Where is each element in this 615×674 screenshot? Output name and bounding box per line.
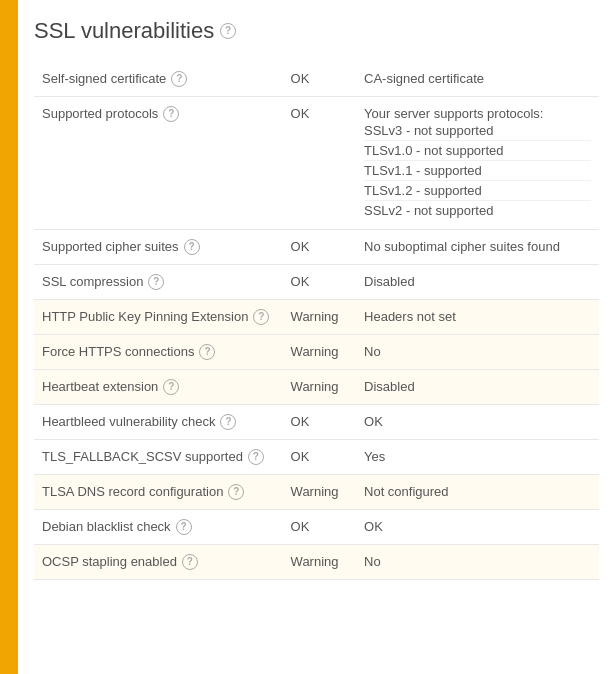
- row-label: HTTP Public Key Pinning Extension: [42, 309, 248, 324]
- row-label: Supported cipher suites: [42, 239, 179, 254]
- cell-label-wrapper: OCSP stapling enabled?: [42, 554, 275, 570]
- row-label-cell: Supported protocols?: [34, 97, 283, 230]
- cell-label-wrapper: TLS_FALLBACK_SCSV supported?: [42, 449, 275, 465]
- row-label: TLS_FALLBACK_SCSV supported: [42, 449, 243, 464]
- table-row: TLSA DNS record configuration?WarningNot…: [34, 475, 599, 510]
- row-detail-cell: CA-signed certificate: [356, 62, 599, 97]
- cell-label-wrapper: Supported cipher suites?: [42, 239, 275, 255]
- row-detail-cell: OK: [356, 405, 599, 440]
- row-label-cell: Force HTTPS connections?: [34, 335, 283, 370]
- row-label-cell: Heartbleed vulnerability check?: [34, 405, 283, 440]
- row-label: Heartbleed vulnerability check: [42, 414, 215, 429]
- row-status-cell: OK: [283, 97, 356, 230]
- row-detail-cell: Yes: [356, 440, 599, 475]
- table-row: OCSP stapling enabled?WarningNo: [34, 545, 599, 580]
- row-label: Supported protocols: [42, 106, 158, 121]
- row-label: TLSA DNS record configuration: [42, 484, 223, 499]
- row-detail-cell: Not configured: [356, 475, 599, 510]
- row-status-cell: OK: [283, 230, 356, 265]
- row-status-cell: OK: [283, 510, 356, 545]
- cell-label-wrapper: Self-signed certificate?: [42, 71, 275, 87]
- cell-label-wrapper: Heartbeat extension?: [42, 379, 275, 395]
- cell-label-wrapper: Supported protocols?: [42, 106, 275, 122]
- row-info-icon[interactable]: ?: [163, 379, 179, 395]
- table-row: TLS_FALLBACK_SCSV supported?OKYes: [34, 440, 599, 475]
- main-content: SSL vulnerabilities ? Self-signed certif…: [18, 0, 615, 674]
- row-info-icon[interactable]: ?: [220, 414, 236, 430]
- table-row: Heartbleed vulnerability check?OKOK: [34, 405, 599, 440]
- row-info-icon[interactable]: ?: [176, 519, 192, 535]
- row-info-icon[interactable]: ?: [228, 484, 244, 500]
- row-info-icon[interactable]: ?: [148, 274, 164, 290]
- row-info-icon[interactable]: ?: [163, 106, 179, 122]
- row-detail-cell: No: [356, 545, 599, 580]
- row-status-cell: Warning: [283, 475, 356, 510]
- row-detail-sub-item: TLSv1.1 - supported: [364, 161, 591, 181]
- row-status-cell: Warning: [283, 300, 356, 335]
- row-detail-cell: Disabled: [356, 370, 599, 405]
- row-label-cell: OCSP stapling enabled?: [34, 545, 283, 580]
- row-status-cell: Warning: [283, 335, 356, 370]
- table-row: Debian blacklist check?OKOK: [34, 510, 599, 545]
- row-detail-cell: No: [356, 335, 599, 370]
- row-detail-sub-item: SSLv2 - not supported: [364, 201, 591, 220]
- page-title: SSL vulnerabilities ?: [34, 18, 599, 44]
- row-detail-sub-item: TLSv1.0 - not supported: [364, 141, 591, 161]
- table-row: Self-signed certificate?OKCA-signed cert…: [34, 62, 599, 97]
- row-label-cell: TLSA DNS record configuration?: [34, 475, 283, 510]
- cell-label-wrapper: Debian blacklist check?: [42, 519, 275, 535]
- row-label: Force HTTPS connections: [42, 344, 194, 359]
- row-detail-cell: OK: [356, 510, 599, 545]
- row-label: Debian blacklist check: [42, 519, 171, 534]
- cell-label-wrapper: Heartbleed vulnerability check?: [42, 414, 275, 430]
- row-status-cell: Warning: [283, 370, 356, 405]
- row-status-cell: OK: [283, 405, 356, 440]
- table-row: HTTP Public Key Pinning Extension?Warnin…: [34, 300, 599, 335]
- row-info-icon[interactable]: ?: [184, 239, 200, 255]
- row-label-cell: Heartbeat extension?: [34, 370, 283, 405]
- table-row: Heartbeat extension?WarningDisabled: [34, 370, 599, 405]
- page-wrapper: SSL vulnerabilities ? Self-signed certif…: [0, 0, 615, 674]
- table-row: SSL compression?OKDisabled: [34, 265, 599, 300]
- ssl-table: Self-signed certificate?OKCA-signed cert…: [34, 62, 599, 580]
- row-detail-cell: Your server supports protocols:SSLv3 - n…: [356, 97, 599, 230]
- row-label: Heartbeat extension: [42, 379, 158, 394]
- table-row: Force HTTPS connections?WarningNo: [34, 335, 599, 370]
- row-status-cell: OK: [283, 440, 356, 475]
- row-status-cell: OK: [283, 62, 356, 97]
- row-label: SSL compression: [42, 274, 143, 289]
- row-detail-sub-item: TLSv1.2 - supported: [364, 181, 591, 201]
- row-info-icon[interactable]: ?: [248, 449, 264, 465]
- row-label-cell: Self-signed certificate?: [34, 62, 283, 97]
- row-info-icon[interactable]: ?: [199, 344, 215, 360]
- row-info-icon[interactable]: ?: [182, 554, 198, 570]
- table-row: Supported cipher suites?OKNo suboptimal …: [34, 230, 599, 265]
- cell-label-wrapper: TLSA DNS record configuration?: [42, 484, 275, 500]
- page-title-info-icon[interactable]: ?: [220, 23, 236, 39]
- row-status-cell: Warning: [283, 545, 356, 580]
- row-detail-cell: Headers not set: [356, 300, 599, 335]
- row-status-cell: OK: [283, 265, 356, 300]
- cell-label-wrapper: Force HTTPS connections?: [42, 344, 275, 360]
- row-label-cell: Supported cipher suites?: [34, 230, 283, 265]
- row-detail-cell: Disabled: [356, 265, 599, 300]
- row-label-cell: TLS_FALLBACK_SCSV supported?: [34, 440, 283, 475]
- table-row: Supported protocols?OKYour server suppor…: [34, 97, 599, 230]
- cell-label-wrapper: HTTP Public Key Pinning Extension?: [42, 309, 275, 325]
- page-title-text: SSL vulnerabilities: [34, 18, 214, 44]
- row-label: Self-signed certificate: [42, 71, 166, 86]
- cell-label-wrapper: SSL compression?: [42, 274, 275, 290]
- row-detail-main: Your server supports protocols:: [364, 106, 543, 121]
- row-detail-cell: No suboptimal cipher suites found: [356, 230, 599, 265]
- row-label: OCSP stapling enabled: [42, 554, 177, 569]
- row-label-cell: Debian blacklist check?: [34, 510, 283, 545]
- row-label-cell: HTTP Public Key Pinning Extension?: [34, 300, 283, 335]
- left-accent-bar: [0, 0, 18, 674]
- row-info-icon[interactable]: ?: [253, 309, 269, 325]
- row-info-icon[interactable]: ?: [171, 71, 187, 87]
- row-label-cell: SSL compression?: [34, 265, 283, 300]
- row-detail-sub-item: SSLv3 - not supported: [364, 121, 591, 141]
